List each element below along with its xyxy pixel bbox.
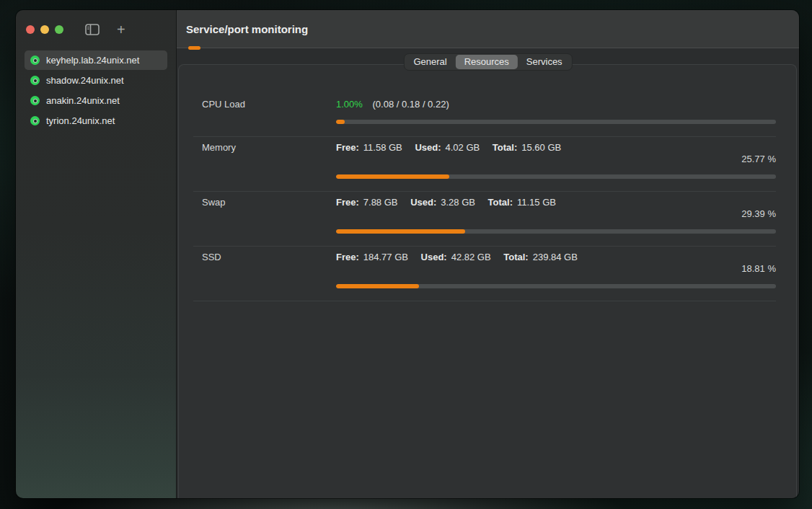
desktop-background: + keyhelp.lab.24unix.net shadow.24unix.n… <box>0 0 812 509</box>
server-item[interactable]: shadow.24unix.net <box>25 71 167 90</box>
status-online-icon <box>30 56 40 65</box>
sidebar-toggle-icon[interactable] <box>85 24 100 35</box>
server-item[interactable]: keyhelp.lab.24unix.net <box>25 50 167 70</box>
total-label: Total: <box>493 142 517 153</box>
minimize-button[interactable] <box>40 25 49 34</box>
free-label: Free: <box>336 142 359 153</box>
server-name: anakin.24unix.net <box>46 95 120 106</box>
refresh-countdown-progress <box>188 46 200 50</box>
resource-row-swap: Swap Free:7.88 GB Used:3.28 GB Total:11.… <box>193 192 776 247</box>
window-titlebar: Service/port monitoring <box>177 10 799 48</box>
free-label: Free: <box>336 197 359 208</box>
tab-general[interactable]: General <box>405 55 455 69</box>
app-window: + keyhelp.lab.24unix.net shadow.24unix.n… <box>16 10 799 498</box>
total-value: 11.15 GB <box>517 197 556 208</box>
server-name: tyrion.24unix.net <box>46 115 115 126</box>
status-online-icon <box>30 96 40 105</box>
tab-resources[interactable]: Resources <box>456 55 518 69</box>
resource-row-memory: Memory Free:11.58 GB Used:4.02 GB Total:… <box>193 137 776 192</box>
percent-used: 29.39 % <box>336 208 776 220</box>
main-panel: Service/port monitoring General Resource… <box>177 10 799 498</box>
tab-bar: General Resources Services <box>403 53 572 71</box>
progress-track <box>336 229 776 234</box>
resource-row-ssd: SSD Free:184.77 GB Used:42.82 GB Total:2… <box>193 247 776 301</box>
memory-values: Free:11.58 GB Used:4.02 GB Total:15.60 G… <box>336 142 776 154</box>
row-label: CPU Load <box>202 99 336 124</box>
ssd-values: Free:184.77 GB Used:42.82 GB Total:239.8… <box>336 252 776 263</box>
progress-fill <box>336 229 465 234</box>
close-button[interactable] <box>26 25 35 34</box>
status-online-icon <box>30 76 40 85</box>
progress-fill <box>336 174 449 179</box>
status-online-icon <box>30 116 40 125</box>
cpu-load-averages: (0.08 / 0.18 / 0.22) <box>373 99 449 110</box>
percent-used: 25.77 % <box>336 154 776 165</box>
server-list: keyhelp.lab.24unix.net shadow.24unix.net… <box>16 49 176 133</box>
used-label: Used: <box>421 252 447 262</box>
sidebar-toolbar: + <box>16 10 176 49</box>
swap-values: Free:7.88 GB Used:3.28 GB Total:11.15 GB <box>336 197 776 208</box>
free-label: Free: <box>336 252 359 262</box>
cpu-values: 1.00% (0.08 / 0.18 / 0.22) <box>336 99 776 110</box>
server-item[interactable]: anakin.24unix.net <box>25 91 167 110</box>
progress-fill <box>336 120 345 124</box>
row-label: SSD <box>202 252 336 288</box>
used-value: 42.82 GB <box>451 252 491 262</box>
percent-used: 18.81 % <box>336 263 776 275</box>
zoom-button[interactable] <box>55 25 63 34</box>
total-value: 15.60 GB <box>521 142 561 153</box>
used-label: Used: <box>410 197 436 208</box>
free-value: 184.77 GB <box>363 252 408 262</box>
server-item[interactable]: tyrion.24unix.net <box>25 111 167 130</box>
progress-track <box>336 284 776 288</box>
used-label: Used: <box>415 142 441 153</box>
total-value: 239.84 GB <box>533 252 578 262</box>
tab-services[interactable]: Services <box>518 55 571 69</box>
server-name: shadow.24unix.net <box>46 75 124 86</box>
server-name: keyhelp.lab.24unix.net <box>46 55 139 66</box>
free-value: 7.88 GB <box>363 197 398 208</box>
row-label: Memory <box>202 142 336 179</box>
free-value: 11.58 GB <box>363 142 402 153</box>
total-label: Total: <box>488 197 513 208</box>
used-value: 3.28 GB <box>441 197 475 208</box>
total-label: Total: <box>503 252 528 262</box>
row-label: Swap <box>202 197 336 234</box>
used-value: 4.02 GB <box>446 142 480 153</box>
progress-fill <box>336 284 419 288</box>
add-server-icon[interactable]: + <box>117 22 125 37</box>
resource-row-cpu: CPU Load 1.00% (0.08 / 0.18 / 0.22) <box>193 65 776 137</box>
cpu-percent-value: 1.00% <box>336 99 363 110</box>
resources-panel: CPU Load 1.00% (0.08 / 0.18 / 0.22) Memo… <box>178 64 797 498</box>
sidebar: + keyhelp.lab.24unix.net shadow.24unix.n… <box>16 10 177 498</box>
page-title: Service/port monitoring <box>186 23 308 35</box>
progress-track <box>336 174 776 179</box>
progress-track <box>336 120 776 124</box>
